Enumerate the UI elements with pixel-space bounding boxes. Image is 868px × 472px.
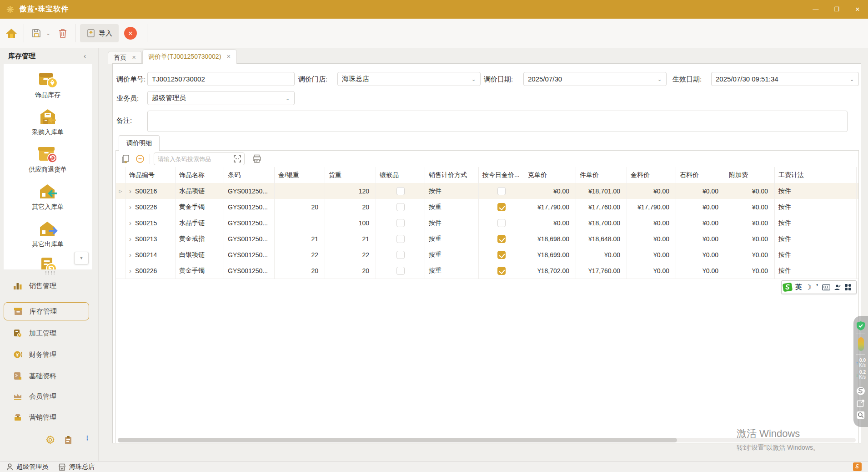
sidebar-item-supplier-return[interactable]: 供应商退货单 — [4, 144, 92, 180]
cell-按今日金价...[interactable] — [479, 215, 524, 231]
ime-language-toggle[interactable]: 英 — [793, 282, 803, 293]
sidebar-item-marketing-mgmt[interactable]: 营销管理 — [4, 409, 88, 426]
cell-镶嵌品[interactable] — [376, 231, 425, 247]
remark-textarea[interactable] — [147, 111, 848, 132]
inlay-checkbox[interactable] — [396, 187, 405, 195]
column-header-label: 金/银重 — [278, 171, 299, 179]
sidebar-item-jewelry-stock[interactable]: 饰品库存 — [4, 69, 92, 106]
sidebar-item-finance-mgmt[interactable]: 财务管理 — [4, 346, 88, 363]
minimize-button[interactable]: — — [805, 0, 826, 19]
save-button[interactable] — [29, 24, 44, 42]
clipboard-icon — [64, 436, 72, 445]
print-button[interactable] — [251, 153, 263, 165]
ime-handwriting-icon[interactable] — [832, 282, 843, 293]
sidebar-item-processing-mgmt[interactable]: 加工管理 — [4, 325, 88, 341]
sidebar-drag-handle[interactable] — [45, 271, 55, 274]
tab-detail[interactable]: 调价明细 — [119, 135, 160, 151]
tab-close-icon[interactable]: ✕ — [226, 54, 231, 60]
expand-row-icon[interactable]: › — [129, 219, 131, 227]
sidebar-item-other-inbound[interactable]: 其它入库单 — [4, 181, 92, 218]
cell-按今日金价...[interactable] — [479, 183, 524, 199]
tab-price-adjustment[interactable]: 调价单(TJ001250730002) ✕ — [142, 49, 237, 64]
cell-镶嵌品[interactable] — [376, 263, 425, 279]
inlay-checkbox[interactable] — [396, 235, 405, 243]
today-gold-price-checkbox[interactable] — [497, 267, 506, 275]
expand-row-icon[interactable]: › — [129, 251, 131, 259]
inlay-checkbox[interactable] — [396, 219, 405, 227]
cell-镶嵌品[interactable] — [376, 247, 425, 263]
shortcut-more-button[interactable]: ▼ — [74, 252, 89, 264]
cell-value: 按重 — [429, 251, 442, 259]
cell-石料价: ¥0.00 — [676, 183, 725, 199]
table-row[interactable]: ›S00213黄金戒指GYS001250...2121按重¥18,698.00¥… — [116, 231, 859, 247]
browser-logo-icon[interactable] — [856, 386, 865, 396]
today-gold-price-checkbox[interactable] — [497, 251, 506, 259]
clipboard-button[interactable] — [64, 436, 72, 446]
sidebar-item-basic-data[interactable]: 基础资料 — [4, 368, 88, 384]
table-row[interactable]: ›S00214白银项链GYS001250...2222按重¥18,699.00¥… — [116, 247, 859, 263]
today-gold-price-checkbox[interactable] — [497, 235, 506, 243]
cell-金/银重 — [275, 183, 325, 199]
import-button[interactable]: 导入 — [80, 24, 119, 42]
table-row[interactable]: ›S00226黄金手镯GYS001250...2020按重¥17,790.00¥… — [116, 199, 859, 215]
sogou-logo-icon[interactable] — [782, 282, 793, 293]
expand-row-icon[interactable]: › — [129, 267, 131, 274]
inlay-checkbox[interactable] — [396, 203, 405, 211]
ime-moon-icon[interactable]: ☽ — [803, 282, 813, 293]
inlay-checkbox[interactable] — [396, 267, 405, 275]
cell-镶嵌品[interactable] — [376, 199, 425, 215]
cell-镶嵌品[interactable] — [376, 215, 425, 231]
table-row[interactable]: ›S00215水晶手链GYS001250...100按件¥0.00¥18,700… — [116, 215, 859, 231]
tab-close-icon[interactable]: ✕ — [132, 55, 136, 61]
sidebar-item-sales-mgmt[interactable]: 销售管理 — [4, 278, 88, 294]
effective-date-select[interactable] — [711, 72, 859, 86]
search-tool-icon[interactable] — [857, 411, 865, 419]
save-dropdown-chevron-icon[interactable]: ⌄ — [44, 30, 52, 36]
adjust-date-select[interactable] — [523, 72, 667, 86]
ime-punctuation-icon[interactable]: ’ — [813, 282, 821, 293]
scrollbar-thumb[interactable] — [118, 438, 677, 442]
store-select[interactable] — [337, 72, 481, 86]
close-window-button[interactable]: ✕ — [847, 0, 868, 19]
order-no-input[interactable] — [147, 72, 295, 86]
home-button[interactable] — [4, 24, 19, 42]
security-shield-icon[interactable] — [857, 321, 865, 330]
tab-home[interactable]: 首页 ✕ — [108, 51, 142, 64]
cell-按今日金价...[interactable] — [479, 247, 524, 263]
settings-gear-button[interactable] — [45, 435, 55, 446]
performance-gauge-icon[interactable] — [858, 337, 864, 351]
table-row[interactable]: ▷›S00216水晶项链GYS001250...120按件¥0.00¥18,70… — [116, 183, 859, 199]
today-gold-price-checkbox[interactable] — [497, 203, 506, 211]
ime-keyboard-icon[interactable] — [821, 282, 832, 293]
barcode-scan-icon[interactable] — [233, 155, 241, 164]
cell-按今日金价...[interactable] — [479, 199, 524, 215]
barcode-search-input[interactable] — [154, 156, 230, 162]
expand-row-icon[interactable]: › — [129, 187, 131, 195]
delete-button[interactable] — [55, 24, 70, 42]
horizontal-scrollbar[interactable] — [118, 438, 856, 442]
close-document-button[interactable]: ✕ — [124, 27, 137, 40]
bar-chart-icon — [13, 282, 22, 290]
salesman-select[interactable] — [147, 91, 295, 105]
cell-镶嵌品[interactable] — [376, 183, 425, 199]
table-row[interactable]: ›S00226黄金手镯GYS001250...2020按重¥18,702.00¥… — [116, 263, 859, 279]
tray-ime-icon[interactable] — [853, 462, 862, 471]
remove-row-button[interactable] — [134, 153, 146, 165]
maximize-button[interactable]: ❐ — [826, 0, 847, 19]
add-row-button[interactable] — [120, 153, 131, 165]
sidebar-item-purchase-inbound[interactable]: 采购入库单 — [4, 107, 92, 143]
ime-toolbox-icon[interactable] — [843, 282, 853, 293]
sidebar-item-member-mgmt[interactable]: 会员管理 — [4, 388, 88, 405]
sidebar-collapse-button[interactable]: ‹ — [84, 52, 86, 60]
sidebar-item-other-outbound[interactable]: 其它出库单 — [4, 218, 92, 255]
inlay-checkbox[interactable] — [396, 251, 405, 259]
today-gold-price-checkbox[interactable] — [497, 187, 506, 195]
expand-row-icon[interactable]: › — [129, 203, 131, 211]
cell-按今日金价...[interactable] — [479, 263, 524, 279]
expand-row-icon[interactable]: › — [129, 235, 131, 243]
cell-按今日金价...[interactable] — [479, 231, 524, 247]
sidebar-item-inventory-mgmt[interactable]: 库存管理 — [4, 302, 89, 320]
screenshot-icon[interactable] — [857, 399, 865, 407]
today-gold-price-checkbox[interactable] — [497, 219, 506, 227]
more-options-button[interactable]: ⋮ — [84, 436, 90, 440]
